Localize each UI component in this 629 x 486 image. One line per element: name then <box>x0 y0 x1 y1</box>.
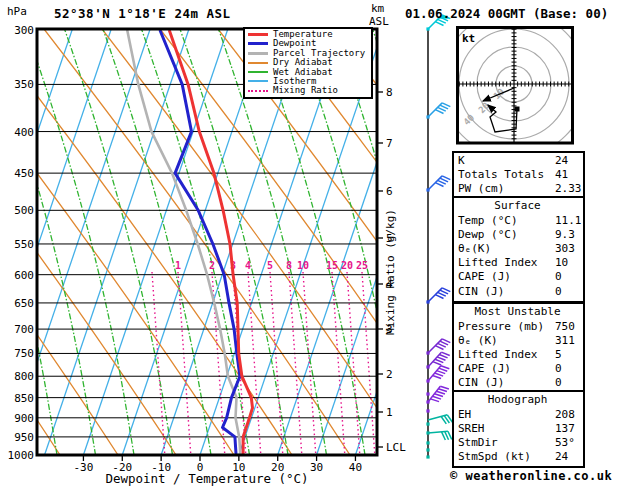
panel-row-value: 2.33 <box>555 182 582 196</box>
lcl-label: LCL <box>386 441 406 454</box>
hodograph-ring-label: 20 <box>477 101 492 116</box>
wind-barb <box>428 431 452 440</box>
panel-hodograph: HodographEH208SREH137StmDir53°StmSpd (kt… <box>452 390 585 468</box>
legend-swatch-isotherm <box>248 80 268 82</box>
wind-level-dot <box>426 448 429 451</box>
panel-row-label: EH <box>458 408 555 422</box>
wind-barb-column <box>426 15 452 459</box>
panel-row: EH208 <box>458 408 583 422</box>
wind-level-dot <box>426 400 429 403</box>
wind-level-dot <box>426 188 429 191</box>
panel-row-value: 24 <box>555 450 568 464</box>
svg-text:5: 5 <box>267 260 273 271</box>
panel-row-value: 0 <box>555 285 562 299</box>
panel-row: SREH137 <box>458 422 583 436</box>
panel-row-label: θₑ (K) <box>458 334 555 348</box>
wind-level-dot <box>426 379 429 382</box>
panel-row-label: Dewp (°C) <box>458 228 555 242</box>
station-title: 52°38'N 1°18'E 24m ASL <box>54 6 231 21</box>
svg-text:8: 8 <box>286 260 292 271</box>
panel-row-value: 0 <box>555 362 562 376</box>
panel-indices: K24Totals Totals41PW (cm)2.33 <box>452 151 585 201</box>
panel-row: CAPE (J)0 <box>458 362 583 376</box>
panel-row: CAPE (J)0 <box>458 270 583 284</box>
svg-text:20: 20 <box>341 260 353 271</box>
legend-swatch-mixing-ratio <box>248 90 268 92</box>
legend-swatch-dry-adiabat <box>248 62 268 64</box>
pressure-tick-label: 500 <box>14 204 34 217</box>
pressure-tick-label: 750 <box>14 347 34 360</box>
panel-surface: SurfaceTemp (°C)11.1Dewp (°C)9.3θₑ(K)303… <box>452 196 585 303</box>
panel-row-value: 750 <box>555 320 575 334</box>
legend-swatch-dewpoint <box>248 42 268 45</box>
panel-row-label: Temp (°C) <box>458 214 555 228</box>
legend-swatch-temperature <box>248 33 268 36</box>
panel-row-value: 10 <box>555 256 568 270</box>
panel-most-unstable: Most UnstablePressure (mb)750θₑ (K)311Li… <box>452 302 585 395</box>
km-unit-label: km <box>371 2 385 15</box>
skewt-chart: 1234581015202530035040045050055060065070… <box>0 0 460 486</box>
panel-row-value: 0 <box>555 270 562 284</box>
pressure-tick-label: 700 <box>14 323 34 336</box>
pressure-tick-label: 400 <box>14 126 34 139</box>
chart-legend: TemperatureDewpointParcel TrajectoryDry … <box>243 27 373 99</box>
pressure-tick-label: 800 <box>14 370 34 383</box>
km-tick-label: 7 <box>386 137 393 150</box>
panel-row-label: PW (cm) <box>458 182 555 196</box>
pressure-tick-label: 300 <box>14 24 34 37</box>
wind-barb <box>428 366 449 381</box>
panel-row-label: CAPE (J) <box>458 362 555 376</box>
panel-row-label: Totals Totals <box>458 168 555 182</box>
mixing-ratio-line <box>178 272 191 455</box>
pressure-tick-label: 450 <box>14 167 34 180</box>
panel-row: Dewp (°C)9.3 <box>458 228 583 242</box>
pressure-unit-label: hPa <box>7 5 27 18</box>
x-axis-title: Dewpoint / Temperature (°C) <box>105 471 308 486</box>
right-axis-title: Mixing Ratio (g/kg) <box>384 209 397 335</box>
wind-level-dot <box>426 300 429 303</box>
svg-text:15: 15 <box>326 260 338 271</box>
hodograph: 102040kt <box>456 26 574 145</box>
panel-header: Surface <box>458 199 583 214</box>
panel-row: StmDir53° <box>458 436 583 450</box>
pressure-tick-label: 550 <box>14 238 34 251</box>
panel-row-label: Lifted Index <box>458 348 555 362</box>
pressure-tick-label: 950 <box>14 431 34 444</box>
wind-level-dot <box>426 409 429 412</box>
panel-row-label: Pressure (mb) <box>458 320 555 334</box>
panel-row: θₑ (K)311 <box>458 334 583 348</box>
panel-row: K24 <box>458 154 583 168</box>
wind-level-dot <box>426 441 429 444</box>
panel-row-label: CIN (J) <box>458 285 555 299</box>
panel-row-label: CIN (J) <box>458 376 555 390</box>
wind-barb <box>428 288 450 302</box>
legend-swatch-wet-adiabat <box>248 71 268 73</box>
panel-row: Temp (°C)11.1 <box>458 214 583 228</box>
wind-barb <box>428 352 450 367</box>
wind-level-dot <box>426 365 429 368</box>
pressure-tick-label: 350 <box>14 78 34 91</box>
hodograph-ring-label: 40 <box>462 113 477 128</box>
panel-row-value: 0 <box>555 376 562 390</box>
pressure-tick-label: 600 <box>14 269 34 282</box>
hodograph-unit-label: kt <box>462 32 475 45</box>
datetime-label: 01.06.2024 00GMT (Base: 00) <box>405 6 608 21</box>
km-tick-label: 8 <box>386 86 393 99</box>
legend-label: Mixing Ratio <box>273 85 338 95</box>
isotherm-line <box>83 29 227 455</box>
temp-tick-label: 40 <box>349 461 362 474</box>
panel-header: Most Unstable <box>458 305 583 320</box>
isotherm-line <box>45 29 189 455</box>
panel-row-value: 9.3 <box>555 228 575 242</box>
panel-row-label: StmSpd (kt) <box>458 450 555 464</box>
svg-text:25: 25 <box>356 260 368 271</box>
panel-row: Lifted Index10 <box>458 256 583 270</box>
pressure-tick-label: 1000 <box>8 449 35 462</box>
wind-barb <box>428 176 450 190</box>
svg-text:2: 2 <box>209 260 215 271</box>
panel-row-value: 311 <box>555 334 575 348</box>
panel-row-label: CAPE (J) <box>458 270 555 284</box>
panel-row-value: 137 <box>555 422 575 436</box>
pressure-tick-label: 650 <box>14 297 34 310</box>
pressure-tick-label: 900 <box>14 412 34 425</box>
